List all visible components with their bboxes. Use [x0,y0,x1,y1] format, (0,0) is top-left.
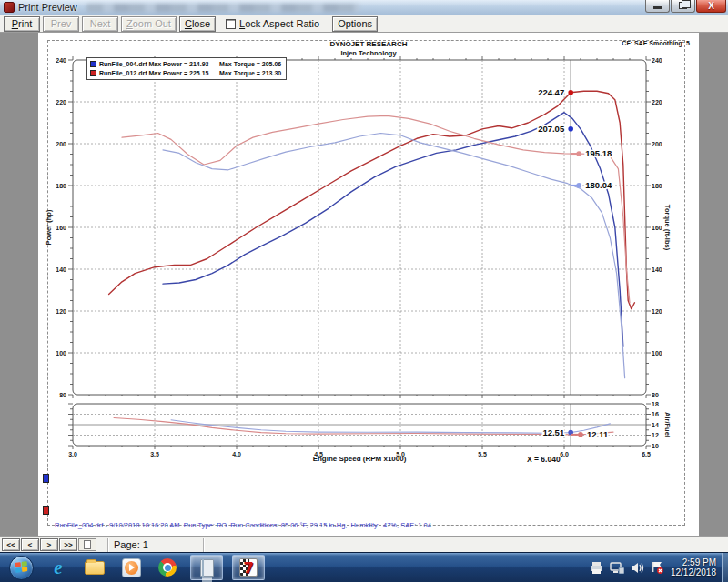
preview-area: DYNOJET RESEARCH Injen Technology CF: SA… [0,33,728,537]
statusbar-separator [107,538,108,552]
show-desktop-button[interactable] [722,553,728,582]
close-preview-button[interactable]: Close [179,16,216,32]
chart-legend: RunFile_004.drf Max Power = 214.93 Max T… [86,57,287,80]
statusbar-separator [203,538,204,552]
taskbar-item-media-player[interactable] [117,555,145,580]
app-icon [4,2,15,13]
svg-text:224.47: 224.47 [538,87,564,97]
calculator-icon [200,559,214,577]
print-button[interactable]: Print [4,16,40,32]
last-page-button[interactable]: >> [59,538,77,551]
svg-text:80: 80 [59,392,66,398]
page-icon [84,540,91,549]
action-center-tray-icon[interactable] [651,561,664,574]
zoom-out-button[interactable]: Zoom Out [121,16,177,32]
svg-text:Air/Fuel: Air/Fuel [663,412,672,437]
chrome-icon [158,558,177,577]
page-setup-button[interactable] [78,538,96,551]
svg-text:240: 240 [652,57,662,64]
taskbar-item-chrome[interactable] [154,555,181,580]
taskbar-item-file-explorer[interactable] [81,555,108,580]
svg-text:180: 180 [56,183,66,189]
titlebar: Print Preview X [0,0,728,15]
next-button[interactable]: Next [82,16,118,32]
clock-time: 2:59 PM [671,557,716,568]
winpep7-icon: 7 [239,558,258,577]
svg-text:120: 120 [56,308,66,315]
run-swatch-baseline [43,474,49,483]
svg-text:240: 240 [56,57,66,64]
svg-text:140: 140 [652,266,662,273]
svg-text:18: 18 [652,401,659,407]
lock-aspect-ratio-label: Lock Aspect Ratio [239,18,319,29]
print-page: DYNOJET RESEARCH Injen Technology CF: SA… [38,33,699,537]
taskbar-item-winpep7[interactable]: 7 [232,555,265,580]
restore-icon [679,2,687,9]
page-number-label: Page: 1 [114,539,148,550]
system-tray: 2:59 PM 12/12/2018 [590,553,728,582]
svg-text:195.18: 195.18 [585,148,612,158]
svg-text:180.04: 180.04 [585,180,612,190]
media-player-icon [122,558,141,577]
folder-icon [85,561,105,575]
svg-text:12: 12 [652,432,659,438]
lock-aspect-ratio-control: Lock Aspect Ratio [226,18,319,29]
svg-text:140: 140 [56,266,66,273]
close-icon: X [708,1,714,11]
internet-explorer-icon: e [54,557,62,579]
svg-text:100: 100 [56,350,66,356]
svg-text:160: 160 [652,225,662,231]
svg-text:200: 200 [652,141,662,147]
volume-tray-icon[interactable] [631,562,644,574]
svg-text:220: 220 [652,99,662,105]
legend-text-evo: RunFile_012.drf Max Power = 225.15 Max T… [99,70,281,76]
legend-swatch-red [90,70,96,76]
svg-text:12.51: 12.51 [542,427,564,437]
svg-text:16: 16 [652,411,659,417]
taskbar-item-calculator[interactable] [190,555,223,580]
printer-tray-icon[interactable] [590,562,603,574]
taskbar-clock[interactable]: 2:59 PM 12/12/2018 [671,557,716,578]
taskbar: e 7 [0,552,728,582]
redacted-filename [86,4,359,12]
svg-text:207.05: 207.05 [538,124,565,134]
clock-date: 12/12/2018 [671,567,716,578]
statusbar: << < > >> Page: 1 [0,537,728,552]
svg-text:12.11: 12.11 [587,429,609,439]
svg-text:100: 100 [652,350,662,356]
network-tray-icon[interactable] [610,562,624,574]
windows-logo-icon [15,561,28,574]
next-page-button[interactable]: > [40,538,58,551]
svg-text:160: 160 [56,225,66,231]
svg-text:180: 180 [652,183,662,189]
lock-aspect-ratio-checkbox[interactable] [226,19,236,29]
minimize-icon [653,6,662,9]
window-title: Print Preview [18,2,77,13]
taskbar-item-internet-explorer[interactable]: e [45,555,72,580]
legend-text-baseline: RunFile_004.drf Max Power = 214.93 Max T… [99,61,281,67]
svg-text:Torque (ft-lbs): Torque (ft-lbs) [663,205,672,251]
print-preview-window: Print Preview X Print Prev Next Zoom Out… [0,0,728,582]
svg-text:220: 220 [56,99,66,105]
dyno-chart-svg: 8080100100120120140140160160180180200200… [38,33,699,469]
cursor-x-readout: X = 6.040 [527,455,561,464]
run-swatch-evo2200 [43,506,49,515]
start-button[interactable] [9,556,34,580]
prev-page-button[interactable]: < [21,538,39,551]
svg-text:10: 10 [652,443,659,449]
svg-text:Power (hp): Power (hp) [45,209,53,245]
legend-row-baseline: RunFile_004.drf Max Power = 214.93 Max T… [90,59,281,68]
legend-row-evo: RunFile_012.drf Max Power = 225.15 Max T… [90,68,281,77]
legend-swatch-blue [90,61,96,67]
prev-button[interactable]: Prev [43,16,79,32]
svg-text:120: 120 [652,308,662,315]
close-button[interactable]: X [696,0,726,13]
svg-text:80: 80 [652,392,659,398]
options-button[interactable]: Options [332,16,378,32]
maximize-button[interactable] [671,0,695,13]
minimize-button[interactable] [645,0,670,13]
svg-text:14: 14 [652,422,659,428]
caption-buttons: X [645,0,726,15]
first-page-button[interactable]: << [2,538,20,551]
toolbar: Print Prev Next Zoom Out Close Lock Aspe… [0,15,728,33]
